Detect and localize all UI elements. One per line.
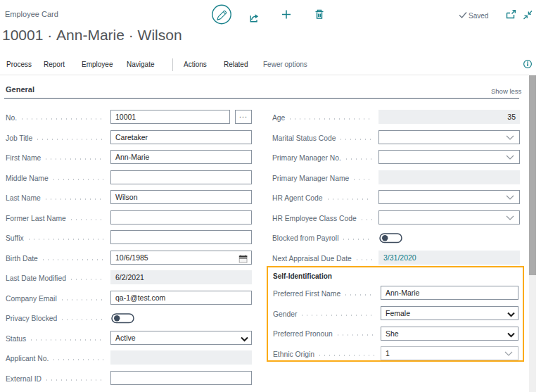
svg-text:Saved: Saved	[469, 12, 488, 20]
